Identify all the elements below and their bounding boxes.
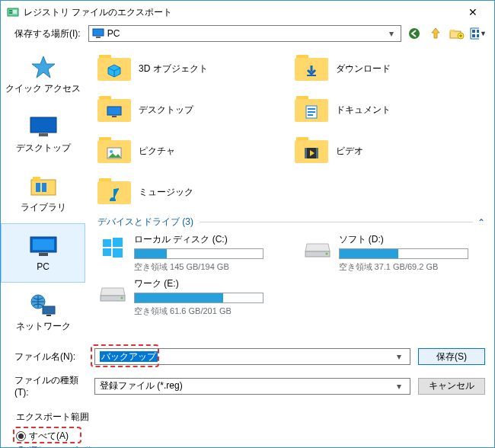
svg-rect-22 xyxy=(33,239,54,250)
svg-rect-42 xyxy=(113,248,123,258)
svg-point-44 xyxy=(325,253,327,255)
radio-all[interactable]: すべて(A) xyxy=(16,430,479,443)
filetype-value: 登録ファイル (*.reg) xyxy=(100,379,393,392)
location-combo[interactable]: PC ▾ xyxy=(88,25,401,42)
place-label: デスクトップ xyxy=(16,142,71,155)
svg-rect-40 xyxy=(113,238,123,247)
up-button[interactable] xyxy=(427,25,444,42)
filename-label: ファイル名(N): xyxy=(14,350,87,363)
svg-rect-37 xyxy=(305,148,307,158)
drive-free-text: 空き領域 61.6 GB/201 GB xyxy=(134,306,287,317)
place-quick-access[interactable]: クイック アクセス xyxy=(1,45,85,104)
svg-rect-12 xyxy=(477,30,479,33)
svg-rect-5 xyxy=(96,37,101,38)
filename-input[interactable]: バックアップ ▾ xyxy=(94,348,410,365)
view-menu-button[interactable]: ▼ xyxy=(470,25,487,42)
drive-item[interactable]: ソフト (D:)空き領域 37.1 GB/69.2 GB xyxy=(302,233,492,273)
download-arrow-icon xyxy=(304,64,319,78)
window-title: レジストリ ファイルのエクスポート xyxy=(24,6,458,19)
folder-music[interactable]: ミュージック xyxy=(97,174,295,210)
svg-rect-1 xyxy=(9,10,12,11)
folder-icon xyxy=(97,136,131,166)
place-label: ライブラリ xyxy=(21,201,66,214)
drive-item[interactable]: ローカル ディスク (C:)空き領域 145 GB/194 GB xyxy=(97,233,287,273)
document-icon xyxy=(304,105,319,119)
svg-rect-19 xyxy=(36,183,40,192)
folder-documents[interactable]: ドキュメント xyxy=(295,92,492,127)
folder-3d-objects[interactable]: 3D オブジェクト xyxy=(97,51,295,86)
folder-downloads[interactable]: ダウンロード xyxy=(295,51,492,86)
svg-rect-16 xyxy=(39,133,48,136)
drive-icon xyxy=(302,233,333,259)
folder-label: ピクチャ xyxy=(139,145,175,158)
cancel-button[interactable]: キャンセル xyxy=(418,378,485,395)
video-icon xyxy=(304,146,319,160)
folder-icon xyxy=(295,136,328,166)
place-label: クイック アクセス xyxy=(5,82,81,95)
place-desktop[interactable]: デスクトップ xyxy=(1,104,85,164)
folder-icon xyxy=(97,53,131,84)
place-label: PC xyxy=(37,261,50,272)
svg-rect-39 xyxy=(103,239,111,247)
filetype-combo[interactable]: 登録ファイル (*.reg) ▾ xyxy=(94,378,410,395)
pc-icon xyxy=(92,28,104,39)
svg-rect-14 xyxy=(477,34,479,37)
svg-rect-23 xyxy=(39,253,48,256)
filetype-label: ファイルの種類(T): xyxy=(14,374,87,398)
drive-usage-bar xyxy=(339,248,468,259)
network-icon xyxy=(28,293,59,317)
filename-row: ファイル名(N): バックアップ ▾ 保存(S) xyxy=(1,342,494,368)
devices-title: デバイスとドライブ (3) xyxy=(97,216,193,229)
drive-usage-bar xyxy=(134,293,263,303)
export-range-legend: エクスポート範囲 xyxy=(13,411,92,424)
export-range-group: エクスポート範囲 すべて(A) 選択された部分(E) HKEY_LOCAL_MA… xyxy=(8,405,487,448)
main-content: 3D オブジェクト ダウンロード デスクトップ xyxy=(85,45,494,342)
place-libraries[interactable]: ライブラリ xyxy=(1,164,85,223)
place-pc[interactable]: PC xyxy=(1,223,85,283)
place-network[interactable]: ネットワーク xyxy=(1,283,85,342)
drive-free-text: 空き領域 145 GB/194 GB xyxy=(134,261,287,273)
folder-label: 3D オブジェクト xyxy=(139,62,208,75)
regedit-icon xyxy=(7,6,19,18)
folder-pictures[interactable]: ピクチャ xyxy=(97,133,295,168)
svg-rect-38 xyxy=(316,148,318,158)
svg-rect-28 xyxy=(107,107,121,115)
folder-icon xyxy=(97,177,131,207)
svg-rect-13 xyxy=(472,34,475,37)
svg-rect-26 xyxy=(46,315,51,316)
svg-point-35 xyxy=(110,150,113,153)
library-icon xyxy=(28,174,59,198)
back-button[interactable] xyxy=(406,25,423,42)
close-button[interactable]: ✕ xyxy=(458,6,488,18)
drive-name: ローカル ディスク (C:) xyxy=(134,233,287,246)
drive-item[interactable]: ワーク (E:)空き領域 61.6 GB/201 GB xyxy=(97,277,287,317)
svg-rect-8 xyxy=(450,30,455,32)
desktop-icon xyxy=(107,105,122,119)
save-button[interactable]: 保存(S) xyxy=(418,348,485,365)
svg-rect-15 xyxy=(30,117,56,133)
drive-usage-bar xyxy=(134,248,263,259)
folder-icon xyxy=(295,94,328,125)
chevron-down-icon: ▾ xyxy=(385,28,398,39)
cube-icon xyxy=(107,64,122,78)
places-bar: クイック アクセス デスクトップ ライブラリ PC ネットワーク xyxy=(1,45,85,342)
radio-selected-label: 選択された部分(E) xyxy=(29,445,105,448)
svg-rect-31 xyxy=(308,108,315,110)
new-folder-button[interactable] xyxy=(449,25,465,42)
svg-rect-3 xyxy=(13,10,17,14)
star-icon xyxy=(28,55,59,79)
filename-value: バックアップ xyxy=(100,351,158,362)
folder-label: ドキュメント xyxy=(336,104,391,117)
devices-header[interactable]: デバイスとドライブ (3) ⌃ xyxy=(97,216,491,229)
svg-rect-29 xyxy=(112,116,117,117)
folder-desktop[interactable]: デスクトップ xyxy=(97,92,295,127)
drive-free-text: 空き領域 37.1 GB/69.2 GB xyxy=(339,261,492,273)
svg-rect-41 xyxy=(103,248,111,256)
chevron-down-icon: ▾ xyxy=(393,351,405,362)
svg-point-46 xyxy=(121,297,123,299)
folder-videos[interactable]: ビデオ xyxy=(295,133,492,168)
radio-selected[interactable]: 選択された部分(E) xyxy=(16,445,479,448)
radio-all-label: すべて(A) xyxy=(29,430,69,443)
radio-icon xyxy=(16,431,26,441)
music-note-icon xyxy=(107,187,122,201)
